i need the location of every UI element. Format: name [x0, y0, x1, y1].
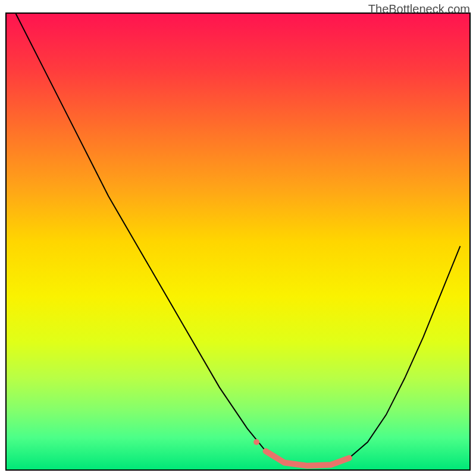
gradient-background — [7, 14, 469, 469]
watermark-text: TheBottleneck.com — [368, 2, 470, 16]
optimal-marker-dot — [253, 439, 259, 445]
bottleneck-chart — [0, 0, 476, 476]
